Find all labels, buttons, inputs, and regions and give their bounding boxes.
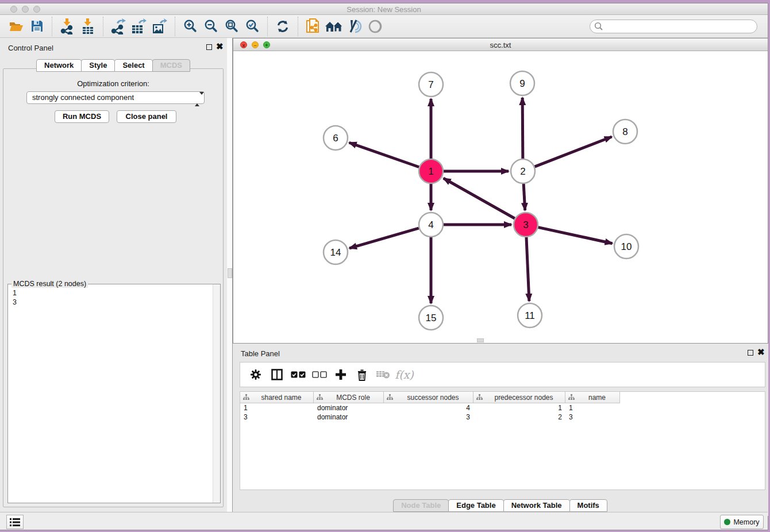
memory-button[interactable]: Memory — [720, 515, 764, 529]
edge-3-1[interactable] — [444, 178, 515, 218]
tab-node-table[interactable]: Node Table — [393, 499, 449, 512]
deselect-all-button[interactable] — [309, 364, 330, 385]
column-header-name[interactable]: name — [565, 392, 620, 403]
zoom-in-button[interactable] — [180, 17, 201, 36]
tab-style[interactable]: Style — [81, 59, 115, 72]
node-label-10: 10 — [621, 241, 632, 252]
hide-panels-icon — [347, 20, 362, 33]
zoom-in-icon — [183, 19, 198, 33]
optimization-criterion-select[interactable]: strongly connected component — [26, 91, 205, 104]
column-label: shared name — [249, 394, 313, 402]
zoom-selected-button[interactable] — [242, 17, 263, 36]
result-scrollbar[interactable] — [213, 284, 220, 503]
node-label-8: 8 — [622, 126, 627, 137]
select-all-button[interactable] — [287, 364, 309, 385]
tab-network[interactable]: Network — [36, 59, 82, 72]
column-header-shared-name[interactable]: shared name — [240, 392, 314, 403]
trash-icon — [357, 369, 367, 381]
table-row[interactable]: 1dominator411 — [240, 403, 765, 413]
save-session-button[interactable] — [26, 17, 47, 36]
columns-icon — [271, 369, 283, 380]
tab-edge-table[interactable]: Edge Table — [448, 499, 503, 512]
show-panels-button[interactable] — [365, 17, 386, 36]
node-label-9: 9 — [519, 78, 525, 89]
task-history-button[interactable] — [6, 515, 24, 529]
optimization-criterion-label: Optimization criterion: — [3, 79, 223, 88]
export-image-button[interactable] — [149, 17, 170, 36]
float-panel-icon[interactable] — [206, 44, 212, 50]
column-label: MCDS role — [323, 394, 383, 402]
node-label-6: 6 — [333, 133, 338, 144]
tab-motifs[interactable]: Motifs — [569, 499, 607, 512]
tab-select[interactable]: Select — [114, 59, 152, 72]
cell-predecessor-nodes[interactable]: 2 — [473, 413, 565, 422]
memory-status-dot — [724, 519, 730, 525]
home-button[interactable] — [324, 17, 344, 36]
refresh-button[interactable] — [272, 17, 293, 36]
column-header-successor-nodes[interactable]: successor nodes — [384, 392, 473, 403]
network-splitter-handle[interactable] — [477, 338, 484, 342]
cell-shared-name[interactable]: 3 — [240, 413, 314, 422]
open-session-icon — [9, 20, 24, 33]
edge-2-3[interactable] — [523, 184, 525, 210]
export-table-icon — [132, 18, 147, 34]
edge-1-6[interactable] — [349, 142, 419, 167]
import-network-button[interactable] — [57, 17, 78, 36]
close-table-panel-icon[interactable]: ✖ — [757, 347, 765, 357]
open-session-button[interactable] — [6, 17, 26, 36]
table-row[interactable]: 3dominator323 — [240, 413, 765, 422]
export-table-button[interactable] — [129, 17, 149, 36]
zoom-out-button[interactable] — [201, 17, 221, 36]
search-icon — [594, 22, 603, 31]
cell-MCDS-role[interactable]: dominator — [314, 403, 384, 413]
edge-3-11[interactable] — [526, 237, 529, 301]
network-window-titlebar[interactable]: x – + scc.txt — [233, 38, 768, 51]
panel-splitter[interactable] — [227, 38, 233, 516]
network-canvas[interactable]: 1234678910111415 — [233, 51, 768, 341]
toolbar-separator — [103, 17, 103, 36]
tab-network-table[interactable]: Network Table — [503, 499, 570, 512]
cell-name[interactable]: 1 — [565, 403, 620, 413]
home-icon — [325, 21, 343, 32]
cell-MCDS-role[interactable]: dominator — [314, 413, 384, 422]
cell-shared-name[interactable]: 1 — [240, 403, 314, 413]
clone-network-button[interactable] — [303, 17, 324, 36]
float-table-panel-icon[interactable] — [748, 350, 753, 356]
column-header-predecessor-nodes[interactable]: predecessor nodes — [473, 392, 565, 403]
node-label-14: 14 — [330, 247, 341, 258]
app-title: Session: New Session — [0, 5, 768, 14]
close-panel-button[interactable]: Close panel — [117, 110, 176, 123]
zoom-fit-button[interactable] — [221, 17, 242, 36]
table-settings-button[interactable] — [245, 364, 266, 385]
column-label: predecessor nodes — [483, 394, 565, 402]
sort-icon — [568, 394, 575, 400]
hide-panels-button[interactable] — [344, 17, 365, 36]
show-columns-button[interactable] — [266, 364, 287, 385]
edge-2-9[interactable] — [522, 98, 523, 159]
edge-4-14[interactable] — [349, 228, 419, 248]
edge-2-8[interactable] — [535, 137, 612, 167]
edge-3-10[interactable] — [538, 228, 612, 244]
node-table[interactable]: shared nameMCDS rolesuccessor nodesprede… — [240, 391, 765, 490]
cell-name[interactable]: 3 — [565, 413, 620, 422]
delete-column-button[interactable] — [351, 364, 372, 385]
splitter-handle[interactable] — [228, 268, 232, 278]
cell-successor-nodes[interactable]: 4 — [384, 403, 473, 413]
zoom-selected-icon — [245, 19, 260, 33]
column-header-MCDS-role[interactable]: MCDS role — [314, 392, 384, 403]
import-table-button[interactable] — [78, 17, 98, 36]
close-panel-icon[interactable]: ✖ — [216, 41, 224, 52]
network-graph[interactable]: 1234678910111415 — [233, 51, 768, 341]
export-network-button[interactable] — [108, 17, 129, 36]
tab-mcds[interactable]: MCDS — [152, 59, 190, 72]
search-input[interactable] — [590, 20, 757, 33]
cell-successor-nodes[interactable]: 3 — [384, 413, 473, 422]
run-mcds-button[interactable]: Run MCDS — [55, 110, 109, 123]
add-column-button[interactable] — [330, 364, 351, 385]
cell-predecessor-nodes[interactable]: 1 — [473, 403, 565, 413]
select-all-icon — [291, 371, 306, 378]
toolbar-separator — [267, 17, 268, 36]
network-window: x – + scc.txt 1234678910111415 — [233, 38, 768, 344]
delete-table-button-disabled — [372, 364, 394, 385]
sort-icon — [317, 394, 323, 400]
